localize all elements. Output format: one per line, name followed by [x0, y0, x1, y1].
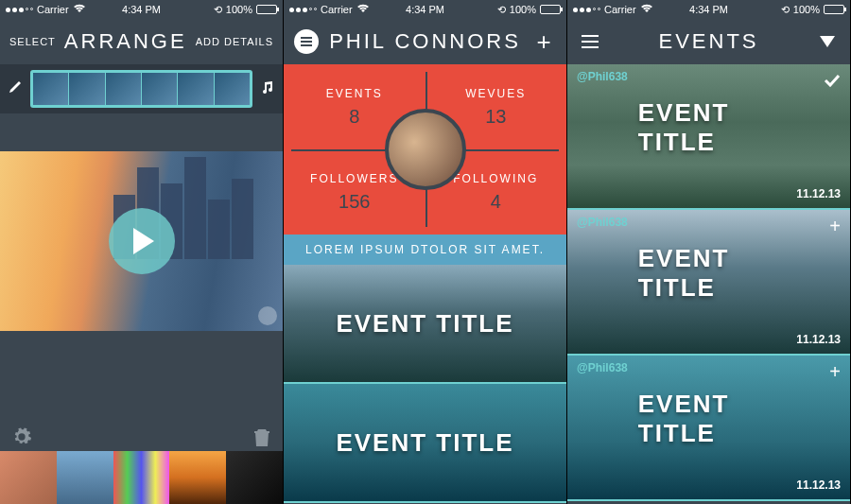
- check-icon[interactable]: [824, 70, 841, 92]
- event-card[interactable]: @Phil638 + EVENT TITLE 11.12.13: [567, 210, 850, 356]
- orientation-lock-icon: ⟲: [497, 4, 506, 16]
- add-button[interactable]: +: [530, 28, 557, 55]
- avatar[interactable]: [385, 109, 466, 190]
- event-title: EVENT TITLE: [638, 244, 780, 303]
- screen-arrange: Carrier 4:34 PM ⟲ 100% SELECT ARRANGE AD…: [0, 0, 284, 504]
- stat-label: WEVUES: [465, 87, 526, 100]
- battery-icon: [540, 5, 561, 14]
- wifi-icon: [73, 4, 86, 15]
- filmstrip-bar: [0, 64, 283, 113]
- event-title: EVENT TITLE: [638, 98, 780, 157]
- carrier-label: Carrier: [37, 4, 69, 15]
- signal-dots-icon: [573, 8, 600, 12]
- play-button[interactable]: [109, 208, 175, 274]
- battery-percent-label: 100%: [226, 4, 252, 15]
- stat-label: EVENTS: [326, 87, 383, 100]
- stat-value: 4: [491, 191, 501, 213]
- event-title: EVENT TITLE: [638, 390, 780, 448]
- filter-button[interactable]: [814, 28, 841, 55]
- menu-button[interactable]: [577, 28, 603, 55]
- event-card[interactable]: EVENT TITLE: [284, 384, 566, 503]
- signal-dots-icon: [6, 8, 33, 12]
- event-date: 11.12.13: [796, 478, 841, 492]
- thumbnail[interactable]: [226, 451, 283, 504]
- clock-label: 4:34 PM: [122, 4, 161, 15]
- add-details-button[interactable]: ADD DETAILS: [196, 36, 273, 47]
- bio-text: LOREM IPSUM DTOLOR SIT AMET.: [284, 235, 566, 265]
- stat-label: FOLLOWING: [453, 172, 538, 185]
- user-handle: @Phil638: [577, 216, 628, 229]
- signal-dots-icon: [289, 8, 317, 12]
- music-icon[interactable]: [260, 79, 275, 98]
- wifi-icon: [640, 4, 653, 15]
- play-icon: [133, 228, 154, 254]
- gear-icon[interactable]: [11, 426, 32, 451]
- user-handle: @Phil638: [577, 70, 628, 83]
- status-bar: Carrier 4:34 PM ⟲100%: [284, 0, 566, 19]
- plus-icon[interactable]: +: [829, 361, 841, 383]
- plus-icon[interactable]: +: [829, 216, 841, 237]
- page-title: ARRANGE: [64, 29, 187, 54]
- thumbnail[interactable]: [169, 451, 226, 504]
- menu-button[interactable]: [293, 28, 320, 55]
- trash-icon[interactable]: [252, 426, 271, 451]
- page-title: EVENTS: [658, 29, 758, 54]
- user-handle: @Phil638: [577, 361, 628, 374]
- screen-events: Carrier 4:34 PM ⟲100% EVENTS @Phil638 EV…: [567, 0, 851, 504]
- carrier-label: Carrier: [604, 4, 636, 15]
- wifi-icon: [356, 4, 370, 15]
- thumbnail[interactable]: [113, 451, 170, 504]
- pencil-icon[interactable]: [8, 79, 23, 98]
- thumbnail-row: [0, 451, 283, 504]
- event-title: EVENT TITLE: [336, 309, 513, 339]
- page-title: PHIL CONNORS: [329, 29, 521, 54]
- stat-value: 8: [349, 106, 359, 128]
- plus-icon: +: [536, 27, 550, 57]
- event-card[interactable]: EVENT TITLE: [284, 265, 566, 384]
- stat-value: 156: [339, 191, 370, 213]
- battery-percent-label: 100%: [793, 4, 820, 15]
- expand-icon[interactable]: [258, 306, 277, 325]
- carrier-label: Carrier: [321, 4, 353, 15]
- triangle-down-icon: [820, 36, 835, 47]
- event-card[interactable]: @Phil638 + EVENT TITLE 11.12.13: [567, 356, 850, 501]
- hamburger-icon: [582, 35, 599, 48]
- nav-header: PHIL CONNORS +: [284, 19, 566, 64]
- event-date: 11.12.13: [796, 333, 841, 346]
- orientation-lock-icon: ⟲: [214, 4, 222, 16]
- select-button[interactable]: SELECT: [9, 36, 56, 47]
- clock-label: 4:34 PM: [406, 4, 444, 15]
- event-date: 11.12.13: [796, 187, 841, 200]
- stats-grid: EVENTS 8 WEVUES 13 FOLLOWERS 156 FOLLOWI…: [284, 64, 566, 235]
- event-card[interactable]: @Phil638 EVENT TITLE 11.12.13: [567, 64, 850, 210]
- hamburger-icon: [294, 29, 319, 54]
- screen-profile: Carrier 4:34 PM ⟲100% PHIL CONNORS + EVE…: [284, 0, 567, 504]
- orientation-lock-icon: ⟲: [781, 4, 790, 16]
- status-bar: Carrier 4:34 PM ⟲ 100%: [0, 0, 283, 19]
- bottom-toolbar: [0, 426, 283, 451]
- event-title: EVENT TITLE: [336, 428, 513, 458]
- clip-strip[interactable]: [30, 70, 252, 108]
- stat-value: 13: [485, 106, 506, 128]
- battery-icon: [256, 5, 277, 14]
- nav-header: SELECT ARRANGE ADD DETAILS: [0, 19, 283, 64]
- battery-percent-label: 100%: [510, 4, 536, 15]
- video-preview[interactable]: [0, 151, 283, 331]
- nav-header: EVENTS: [567, 19, 850, 64]
- battery-icon: [824, 5, 844, 14]
- thumbnail[interactable]: [57, 451, 113, 504]
- stat-label: FOLLOWERS: [310, 172, 398, 185]
- status-bar: Carrier 4:34 PM ⟲100%: [567, 0, 850, 19]
- thumbnail[interactable]: [0, 451, 57, 504]
- clock-label: 4:34 PM: [689, 4, 728, 15]
